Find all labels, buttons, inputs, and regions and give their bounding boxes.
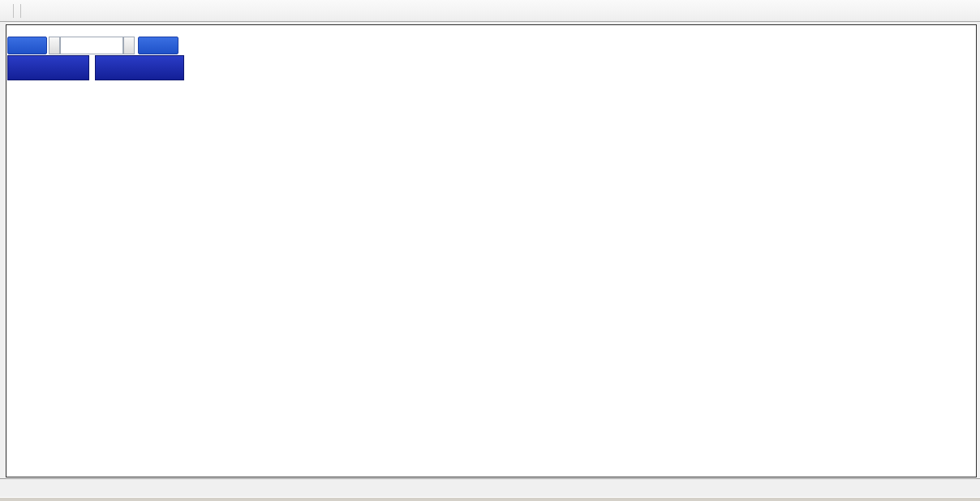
volume-increase-icon[interactable]: [123, 37, 135, 54]
timeframe-toolbar: [0, 0, 980, 22]
toolbar-separator: [20, 4, 21, 18]
bottom-strip: [0, 497, 980, 501]
volume-input[interactable]: [60, 37, 123, 54]
volume-decrease-icon[interactable]: [49, 37, 60, 54]
toolbar-separator: [13, 4, 14, 18]
trading-platform: [0, 0, 980, 501]
sell-button[interactable]: [7, 37, 47, 54]
chart-window: [6, 24, 977, 477]
sell-price-display[interactable]: [7, 55, 89, 80]
symbol-tab-bar: [0, 478, 980, 497]
buy-button[interactable]: [138, 37, 178, 54]
buy-price-display[interactable]: [95, 55, 184, 80]
